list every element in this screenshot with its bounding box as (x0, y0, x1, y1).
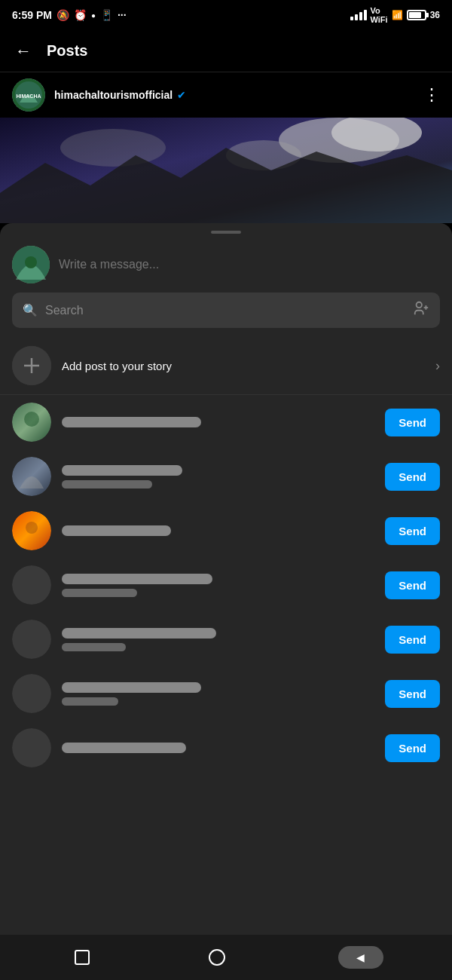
search-bar[interactable]: 🔍 Search (12, 292, 440, 328)
add-story-label: Add post to your story (62, 360, 425, 372)
contact-info (62, 417, 374, 427)
contact-name-blur (62, 417, 201, 427)
send-button[interactable]: Send (385, 680, 440, 708)
contact-sub-blur (62, 643, 126, 651)
send-button[interactable]: Send (385, 409, 440, 436)
contact-info (62, 628, 374, 651)
battery-fill (409, 12, 421, 18)
contact-avatar (12, 511, 51, 550)
circle-icon (209, 949, 225, 966)
contact-name-blur (62, 628, 216, 639)
user-avatar (12, 246, 50, 283)
chevron-right-icon: › (435, 358, 440, 374)
send-button[interactable]: Send (385, 463, 440, 491)
contact-name-blur (62, 682, 201, 693)
verified-badge: ✔ (177, 89, 186, 101)
time-display: 6:59 PM (12, 9, 52, 21)
search-icon: 🔍 (23, 303, 38, 317)
back-button[interactable]: ← (12, 38, 35, 64)
sheet-handle (211, 231, 241, 234)
search-placeholder: Search (45, 304, 405, 317)
contact-avatar (12, 728, 51, 767)
contact-avatar (12, 457, 51, 496)
recent-apps-button[interactable] (69, 944, 96, 971)
add-people-icon[interactable] (413, 300, 429, 320)
home-button[interactable] (203, 944, 231, 971)
username-row: himachaltourismofficial ✔ (54, 89, 186, 101)
contact-sub-blur (62, 697, 118, 706)
contact-info (62, 525, 374, 536)
contact-avatar (12, 403, 51, 442)
square-icon (75, 950, 90, 965)
svg-point-18 (26, 522, 38, 534)
post-header: HIMACHA himachaltourismofficial ✔ ⋮ (0, 72, 452, 118)
message-input[interactable] (59, 258, 440, 271)
contact-sub-blur (62, 480, 152, 488)
whatsapp-icon: 📱 (100, 9, 113, 21)
share-bottom-sheet: 🔍 Search Add post to your story › (0, 223, 452, 935)
send-button[interactable]: Send (385, 517, 440, 545)
message-input-row (0, 240, 452, 292)
post-image (0, 118, 452, 223)
svg-point-10 (417, 302, 422, 308)
battery-indicator (407, 10, 426, 20)
vo-label: VoWiFi (371, 6, 388, 24)
avatar-image: HIMACHA (12, 78, 45, 112)
status-bar: 6:59 PM 🔕 ⏰ ● 📱 ··· VoWiFi 📶 36 (0, 0, 452, 30)
contact-name-blur (62, 465, 182, 476)
status-indicators: VoWiFi 📶 36 (350, 6, 440, 24)
send-button[interactable]: Send (385, 626, 440, 654)
wifi-icon: 📶 (392, 10, 403, 20)
alarm-icon: ⏰ (74, 9, 87, 21)
contact-name-blur (62, 574, 212, 584)
bottom-navigation: ◀ (0, 935, 452, 980)
profile-info: HIMACHA himachaltourismofficial ✔ (12, 78, 186, 112)
contact-sub-blur (62, 589, 137, 597)
list-item: Send (0, 395, 452, 449)
send-button[interactable]: Send (385, 571, 440, 599)
top-navigation: ← Posts (0, 30, 452, 72)
contact-info (62, 465, 374, 488)
contact-name-blur (62, 743, 186, 753)
svg-point-7 (60, 129, 166, 167)
list-item: Send (0, 504, 452, 558)
back-icon: ◀ (356, 951, 365, 963)
list-item: Send (0, 612, 452, 666)
back-button-nav[interactable]: ◀ (338, 946, 383, 969)
battery-percent: 36 (430, 10, 440, 20)
contact-name-blur (62, 525, 171, 536)
list-item: Send (0, 558, 452, 612)
contact-info (62, 682, 374, 706)
status-time: 6:59 PM 🔕 ⏰ ● 📱 ··· (12, 9, 127, 21)
silent-icon: 🔕 (56, 9, 69, 21)
sheet-handle-row (0, 223, 452, 240)
contact-list: Send Send Send (0, 395, 452, 775)
username-text: himachaltourismofficial (54, 89, 173, 101)
svg-point-9 (25, 256, 37, 268)
list-item: Send (0, 449, 452, 504)
avatar: HIMACHA (12, 78, 45, 112)
page-title: Posts (47, 42, 440, 60)
add-story-row[interactable]: Add post to your story › (0, 337, 452, 395)
more-options-button[interactable]: ⋮ (423, 85, 440, 105)
contact-avatar (12, 565, 51, 605)
signal-strength (350, 10, 367, 20)
svg-text:HIMACHA: HIMACHA (16, 93, 41, 99)
contact-info (62, 574, 374, 597)
dot-icon: ● (91, 11, 96, 20)
contact-info (62, 743, 374, 753)
svg-rect-17 (12, 403, 51, 442)
list-item: Send (0, 666, 452, 721)
contact-avatar (12, 674, 51, 713)
send-button[interactable]: Send (385, 734, 440, 762)
list-item: Send (0, 721, 452, 775)
dots-icon: ··· (118, 9, 127, 21)
story-circle (12, 346, 51, 385)
contact-avatar (12, 620, 51, 659)
